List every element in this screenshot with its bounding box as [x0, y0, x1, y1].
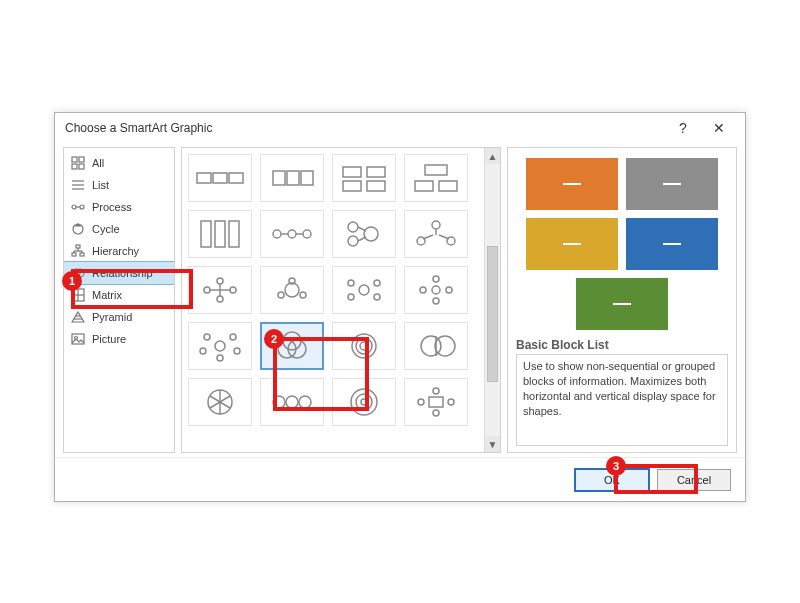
category-label: Matrix	[92, 289, 122, 301]
svg-point-106	[433, 410, 439, 416]
layout-thumb[interactable]	[332, 266, 396, 314]
category-label: Picture	[92, 333, 126, 345]
scroll-thumb[interactable]	[487, 246, 498, 382]
svg-point-98	[273, 396, 285, 408]
svg-point-60	[204, 287, 210, 293]
layout-thumb[interactable]	[404, 378, 468, 426]
layout-thumb[interactable]	[260, 154, 324, 202]
category-label: Process	[92, 201, 132, 213]
svg-point-74	[432, 286, 440, 294]
svg-point-44	[288, 230, 296, 238]
category-hierarchy[interactable]: Hierarchy	[64, 240, 174, 262]
help-button[interactable]: ?	[665, 116, 701, 140]
category-cycle[interactable]: Cycle	[64, 218, 174, 240]
layout-thumb[interactable]	[332, 322, 396, 370]
svg-point-92	[435, 336, 455, 356]
svg-point-48	[348, 222, 358, 232]
svg-point-53	[432, 221, 440, 229]
preview-title: Basic Block List	[516, 338, 728, 352]
category-all[interactable]: All	[64, 152, 174, 174]
svg-point-83	[234, 348, 240, 354]
svg-rect-36	[367, 181, 385, 191]
category-label: Pyramid	[92, 311, 132, 323]
svg-rect-13	[80, 253, 84, 256]
svg-point-105	[433, 388, 439, 394]
svg-rect-32	[301, 171, 313, 185]
category-process[interactable]: Process	[64, 196, 174, 218]
svg-point-80	[204, 334, 210, 340]
svg-rect-33	[343, 167, 361, 177]
svg-rect-25	[72, 334, 84, 344]
preview-block	[526, 158, 618, 210]
svg-rect-30	[273, 171, 285, 185]
preview-block	[526, 218, 618, 270]
layout-thumb[interactable]	[260, 378, 324, 426]
preview-block	[626, 158, 718, 210]
scroll-up-icon[interactable]: ▲	[485, 148, 500, 164]
svg-rect-35	[343, 181, 361, 191]
category-picture[interactable]: Picture	[64, 328, 174, 350]
svg-rect-28	[213, 173, 227, 183]
category-list: All List Process Cycle Hierarchy Relatio…	[63, 147, 175, 453]
scroll-down-icon[interactable]: ▼	[485, 436, 500, 452]
svg-point-68	[300, 292, 306, 298]
svg-line-58	[439, 235, 449, 239]
svg-rect-27	[197, 173, 211, 183]
layout-gallery[interactable]: ▲ ▼	[181, 147, 501, 453]
svg-point-50	[348, 236, 358, 246]
category-matrix[interactable]: Matrix	[64, 284, 174, 306]
svg-point-71	[374, 280, 380, 286]
svg-rect-104	[429, 397, 443, 407]
svg-point-49	[364, 227, 378, 241]
category-list-item[interactable]: List	[64, 174, 174, 196]
svg-rect-39	[439, 181, 457, 191]
picture-icon	[70, 331, 86, 347]
svg-point-7	[72, 205, 76, 209]
cancel-button[interactable]: Cancel	[657, 469, 731, 491]
layout-thumb[interactable]	[332, 154, 396, 202]
svg-rect-0	[72, 157, 77, 162]
close-button[interactable]: ✕	[701, 116, 737, 140]
dialog-footer: OK Cancel	[55, 457, 745, 501]
preview-block	[576, 278, 668, 330]
svg-point-43	[273, 230, 281, 238]
svg-rect-37	[425, 165, 447, 175]
gallery-scrollbar[interactable]: ▲ ▼	[484, 148, 500, 452]
layout-thumb[interactable]	[404, 210, 468, 258]
layout-thumb[interactable]	[188, 266, 252, 314]
layout-thumb[interactable]	[188, 154, 252, 202]
svg-line-52	[358, 237, 366, 241]
svg-point-81	[230, 334, 236, 340]
preview-pane: Basic Block List Use to show non-sequent…	[507, 147, 737, 453]
category-pyramid[interactable]: Pyramid	[64, 306, 174, 328]
layout-thumb[interactable]	[260, 210, 324, 258]
scroll-track[interactable]	[485, 164, 500, 436]
svg-rect-3	[79, 164, 84, 169]
layout-thumb[interactable]	[188, 378, 252, 426]
svg-point-101	[351, 389, 377, 415]
svg-line-51	[358, 227, 366, 231]
layout-thumb[interactable]	[332, 378, 396, 426]
layout-thumb[interactable]	[188, 210, 252, 258]
svg-line-57	[423, 235, 433, 239]
annotation-badge-1: 1	[62, 271, 82, 291]
svg-rect-29	[229, 173, 243, 183]
titlebar: Choose a SmartArt Graphic ? ✕	[55, 113, 745, 143]
svg-point-67	[278, 292, 284, 298]
layout-thumb[interactable]	[332, 210, 396, 258]
category-label: List	[92, 179, 109, 191]
svg-rect-1	[79, 157, 84, 162]
layout-thumb[interactable]	[404, 266, 468, 314]
dialog-title: Choose a SmartArt Graphic	[65, 121, 665, 135]
layout-thumb[interactable]	[404, 154, 468, 202]
layout-thumb[interactable]	[188, 322, 252, 370]
svg-point-78	[446, 287, 452, 293]
svg-rect-34	[367, 167, 385, 177]
svg-point-102	[356, 394, 372, 410]
svg-point-72	[348, 294, 354, 300]
layout-thumb[interactable]	[404, 322, 468, 370]
layout-thumb[interactable]	[260, 266, 324, 314]
dialog-content: All List Process Cycle Hierarchy Relatio…	[55, 143, 745, 457]
hierarchy-icon	[70, 243, 86, 259]
svg-rect-38	[415, 181, 433, 191]
